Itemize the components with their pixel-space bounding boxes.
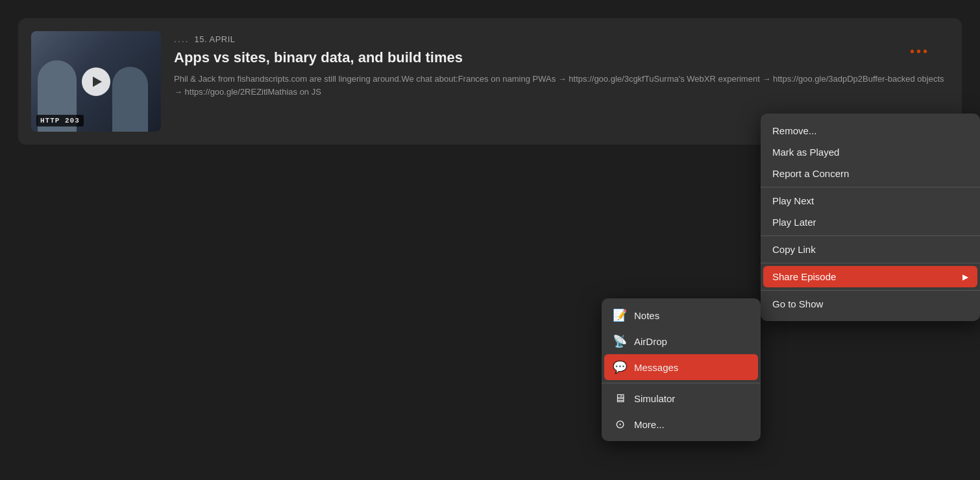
share-simulator-item[interactable]: 🖥 Simulator [602, 386, 761, 411]
copy-link-menu-item[interactable]: Copy Link [761, 239, 980, 260]
episode-badge: HTTP 203 [36, 115, 84, 126]
context-menu-section-3: Copy Link [761, 236, 980, 263]
share-notes-item[interactable]: 📝 Notes [602, 302, 761, 328]
context-menu-section-5: Go to Show [761, 291, 980, 317]
share-episode-menu-item[interactable]: Share Episode ▶ [763, 266, 977, 287]
episode-meta: .... 15. APRIL [174, 34, 949, 44]
simulator-label: Simulator [634, 393, 675, 404]
remove-menu-item[interactable]: Remove... [761, 120, 980, 141]
context-menu: Remove... Mark as Played Report a Concer… [761, 114, 980, 321]
more-label: More... [634, 419, 665, 430]
context-menu-section-2: Play Next Play Later [761, 187, 980, 236]
share-submenu-chevron: ▶ [962, 272, 968, 282]
share-airdrop-item[interactable]: 📡 AirDrop [602, 328, 761, 354]
app-background: HTTP 203 .... 15. APRIL Apps vs sites, b… [0, 0, 980, 480]
more-icon: ⊙ [612, 417, 628, 431]
play-next-menu-item[interactable]: Play Next [761, 190, 980, 211]
simulator-icon: 🖥 [612, 392, 628, 405]
share-messages-item[interactable]: 💬 Messages [604, 354, 758, 380]
messages-label: Messages [634, 362, 678, 373]
context-menu-section-1: Remove... Mark as Played Report a Concer… [761, 117, 980, 187]
mark-as-played-menu-item[interactable]: Mark as Played [761, 141, 980, 163]
airdrop-label: AirDrop [634, 336, 667, 347]
context-menu-section-4: Share Episode ▶ [761, 263, 980, 291]
share-divider [602, 383, 761, 383]
share-more-item[interactable]: ⊙ More... [602, 411, 761, 437]
episode-dots: .... [174, 34, 190, 44]
share-submenu: 📝 Notes 📡 AirDrop 💬 Messages 🖥 Simulator… [602, 298, 761, 441]
play-triangle-icon [93, 77, 102, 87]
episode-date: 15. APRIL [195, 34, 236, 44]
episode-info: .... 15. APRIL Apps vs sites, binary dat… [174, 31, 949, 98]
episode-thumbnail[interactable]: HTTP 203 [31, 31, 161, 132]
more-options-button[interactable]: ••• [910, 44, 929, 59]
report-concern-menu-item[interactable]: Report a Concern [761, 163, 980, 184]
episode-description: Phil & Jack from fishandscripts.com are … [174, 73, 949, 98]
episode-title: Apps vs sites, binary data, and build ti… [174, 49, 949, 66]
messages-icon: 💬 [612, 360, 628, 374]
airdrop-icon: 📡 [612, 334, 628, 348]
play-later-menu-item[interactable]: Play Later [761, 211, 980, 233]
notes-icon: 📝 [612, 308, 628, 322]
notes-label: Notes [634, 310, 659, 321]
go-to-show-menu-item[interactable]: Go to Show [761, 293, 980, 315]
play-button-overlay[interactable] [82, 67, 110, 96]
